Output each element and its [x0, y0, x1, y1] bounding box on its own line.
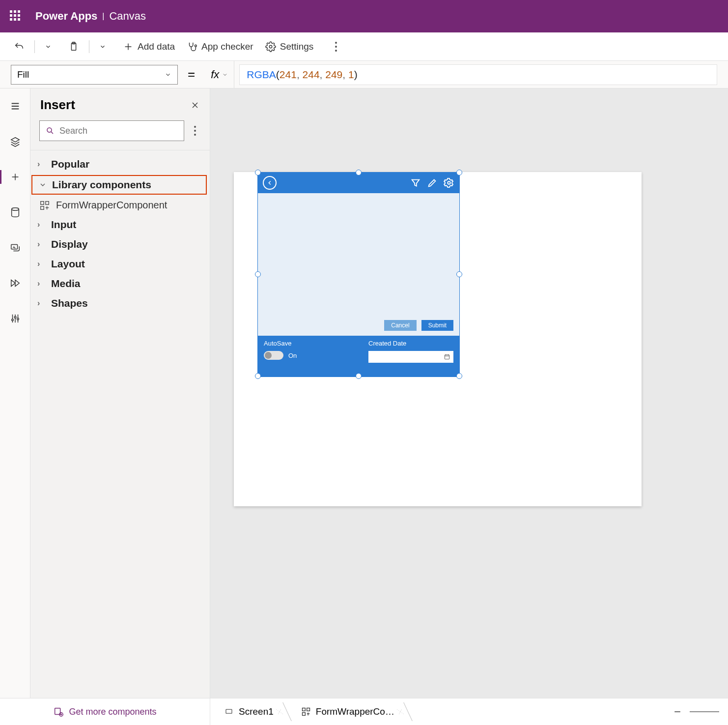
- svg-point-2: [195, 45, 197, 47]
- selected-component[interactable]: Cancel Submit AutoSave On Created Date: [257, 172, 460, 377]
- app-checker-button[interactable]: App checker: [182, 38, 258, 55]
- svg-point-3: [269, 45, 272, 48]
- category-shapes[interactable]: › Shapes: [30, 293, 210, 313]
- chevron-right-icon: ›: [37, 240, 46, 249]
- formula-input[interactable]: RGBA(241, 244, 249, 1): [239, 64, 717, 85]
- undo-dropdown[interactable]: [40, 40, 56, 53]
- undo-icon: [14, 41, 25, 52]
- cancel-button[interactable]: Cancel: [384, 320, 416, 331]
- component-icon: [39, 200, 50, 211]
- svg-point-4: [11, 208, 19, 211]
- breadcrumb-component[interactable]: FormWrapperCo…: [292, 698, 403, 725]
- paste-button[interactable]: [63, 38, 84, 55]
- zoom-slider[interactable]: [690, 711, 719, 712]
- filter-icon[interactable]: [410, 177, 421, 188]
- settings-button[interactable]: Settings: [260, 38, 319, 55]
- advanced-tools-button[interactable]: [4, 309, 26, 328]
- component-icon: [301, 707, 311, 717]
- resize-handle[interactable]: [456, 271, 462, 277]
- category-popular[interactable]: › Popular: [30, 154, 210, 174]
- close-icon[interactable]: [190, 100, 200, 110]
- property-name: Fill: [17, 69, 29, 80]
- svg-rect-19: [307, 708, 309, 711]
- search-input[interactable]: [39, 120, 184, 141]
- gear-icon: [265, 41, 276, 52]
- get-more-components-button[interactable]: Get more components: [0, 698, 210, 725]
- overflow-menu[interactable]: [325, 39, 347, 55]
- canvas-area[interactable]: Cancel Submit AutoSave On Created Date: [210, 88, 728, 698]
- autosave-label: AutoSave: [264, 340, 349, 347]
- edit-icon[interactable]: [427, 177, 438, 188]
- get-more-label: Get more components: [69, 707, 156, 717]
- screen-icon: [224, 708, 234, 716]
- app-launcher-icon[interactable]: [10, 10, 22, 22]
- paste-dropdown[interactable]: [94, 40, 111, 53]
- undo-button[interactable]: [9, 38, 29, 55]
- bottom-bar: Get more components Screen1 FormWrapperC…: [0, 698, 728, 725]
- resize-handle[interactable]: [456, 170, 462, 175]
- component-formwrapper[interactable]: FormWrapperComponent: [30, 196, 210, 215]
- category-library-components[interactable]: Library components: [31, 175, 207, 195]
- left-rail: [0, 88, 30, 698]
- chevron-down-icon: [222, 72, 228, 78]
- header-separator: |: [102, 12, 104, 21]
- arrow-left-icon: [266, 179, 273, 186]
- svg-point-9: [47, 128, 52, 132]
- property-selector[interactable]: Fill: [11, 65, 178, 85]
- breadcrumb-label: FormWrapperCo…: [316, 706, 394, 717]
- created-date-input[interactable]: [368, 351, 453, 363]
- panel-overflow-menu[interactable]: [189, 126, 201, 136]
- resize-handle[interactable]: [456, 373, 462, 379]
- plus-icon: [123, 41, 134, 52]
- resize-handle[interactable]: [255, 170, 261, 175]
- add-data-button[interactable]: Add data: [118, 38, 180, 55]
- media-button[interactable]: [4, 238, 26, 258]
- search-field[interactable]: [59, 126, 178, 136]
- data-button[interactable]: [4, 203, 26, 222]
- zoom-out-button[interactable]: −: [674, 705, 681, 719]
- database-icon: [10, 207, 21, 218]
- svg-rect-18: [302, 708, 305, 711]
- chevron-right-icon: ›: [37, 220, 46, 229]
- component-label: FormWrapperComponent: [56, 200, 167, 211]
- svg-point-6: [11, 319, 13, 321]
- resize-handle[interactable]: [356, 170, 362, 175]
- back-button[interactable]: [263, 176, 277, 190]
- category-media[interactable]: › Media: [30, 274, 210, 293]
- resize-handle[interactable]: [356, 373, 362, 379]
- resize-handle[interactable]: [255, 271, 261, 277]
- resize-handle[interactable]: [255, 373, 261, 379]
- settings-label: Settings: [280, 41, 314, 52]
- created-date-label: Created Date: [368, 340, 453, 347]
- chevron-right-icon: ›: [37, 279, 46, 288]
- chevron-right-icon: ›: [37, 299, 46, 308]
- svg-point-7: [14, 316, 16, 318]
- category-label: Popular: [51, 158, 89, 170]
- submit-button[interactable]: Submit: [421, 320, 453, 331]
- screen-artboard[interactable]: Cancel Submit AutoSave On Created Date: [234, 172, 642, 506]
- category-list: › Popular Library components FormWrapper…: [30, 150, 210, 317]
- component-footer: AutoSave On Created Date: [258, 336, 459, 377]
- category-layout[interactable]: › Layout: [30, 254, 210, 274]
- category-input[interactable]: › Input: [30, 215, 210, 234]
- category-display[interactable]: › Display: [30, 234, 210, 254]
- component-header: [258, 173, 459, 193]
- gear-icon[interactable]: [444, 177, 454, 188]
- hamburger-icon: [10, 101, 21, 112]
- power-automate-button[interactable]: [4, 273, 26, 293]
- autosave-toggle[interactable]: [264, 351, 283, 360]
- insert-button[interactable]: [4, 167, 26, 187]
- fx-button[interactable]: fx: [205, 61, 234, 88]
- category-label: Shapes: [51, 297, 88, 309]
- insert-panel: Insert › Popular Library components Form…: [30, 88, 210, 698]
- formula-function: RGBA: [247, 69, 276, 81]
- layers-icon: [10, 136, 21, 147]
- breadcrumb-screen[interactable]: Screen1: [215, 698, 282, 725]
- more-vertical-icon: [330, 42, 342, 52]
- hamburger-button[interactable]: [4, 96, 26, 116]
- tree-view-button[interactable]: [4, 132, 26, 151]
- chevron-down-icon: [165, 71, 171, 78]
- divider: [89, 40, 89, 53]
- svg-rect-11: [46, 201, 49, 204]
- fx-label: fx: [211, 68, 219, 81]
